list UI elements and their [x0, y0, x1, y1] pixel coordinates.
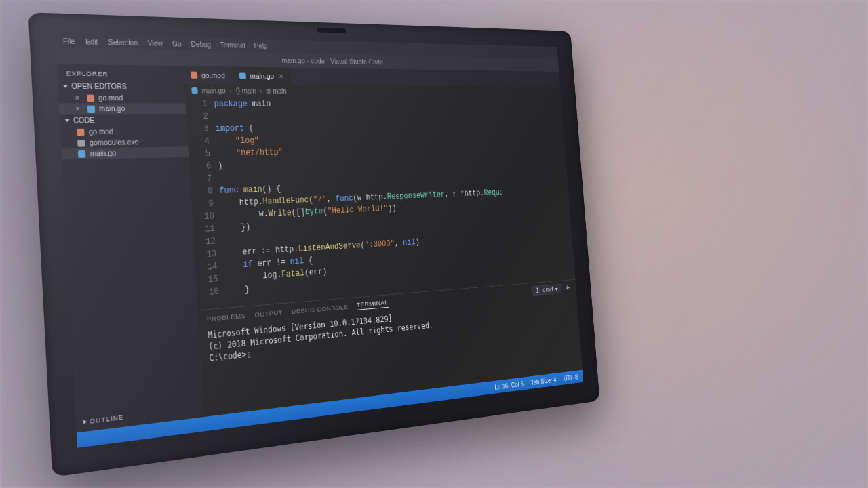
menu-help[interactable]: Help: [254, 42, 267, 49]
menu-go[interactable]: Go: [172, 40, 182, 48]
file-icon: [87, 94, 94, 102]
webcam: [317, 28, 346, 33]
laptop-frame: File Edit Selection View Go Debug Termin…: [55, 33, 583, 447]
menu-edit[interactable]: Edit: [85, 37, 98, 45]
panel-tab-problems[interactable]: PROBLEMS: [206, 311, 245, 322]
panel-tab-terminal[interactable]: TERMINAL: [357, 298, 389, 310]
window-title: main.go - code - Visual Studio Code: [281, 56, 383, 65]
file-label: go.mod: [98, 94, 123, 102]
explorer-label: EXPLORER: [57, 67, 184, 81]
file-label: gomodules.exe: [89, 138, 138, 147]
menu-debug[interactable]: Debug: [191, 40, 211, 48]
close-icon[interactable]: [75, 94, 82, 102]
file-icon: [77, 128, 85, 136]
file-icon: [239, 73, 246, 79]
tab-label: go.mod: [201, 71, 225, 80]
menu-selection[interactable]: Selection: [108, 38, 138, 47]
panel-tab-output[interactable]: OUTPUT: [254, 308, 283, 319]
open-editor-go-mod[interactable]: go.mod: [58, 92, 186, 103]
code-lines[interactable]: package main import ( "log" "net/http") …: [214, 96, 575, 307]
breadcrumb-seg[interactable]: ⊕ main: [266, 87, 287, 94]
new-terminal-button[interactable]: +: [565, 283, 570, 293]
terminal-selector[interactable]: 1: cmd ▾: [532, 284, 562, 296]
chevron-right-icon: ›: [260, 87, 262, 94]
file-icon: [77, 139, 85, 146]
code-editor[interactable]: 12345678910111213141516 package main imp…: [185, 96, 575, 310]
sidebar-explorer: EXPLORER OPEN EDITORS go.mod main.go COD…: [57, 64, 205, 432]
section-code[interactable]: CODE: [60, 114, 187, 127]
menu-view[interactable]: View: [147, 39, 163, 47]
close-icon[interactable]: ×: [279, 72, 283, 80]
open-editor-main-go[interactable]: main.go: [59, 103, 186, 114]
breadcrumb-seg[interactable]: {} main: [235, 87, 256, 94]
menu-terminal[interactable]: Terminal: [220, 41, 245, 49]
vscode-window: File Edit Selection View Go Debug Termin…: [55, 33, 583, 447]
file-icon: [87, 105, 95, 113]
breadcrumb-seg[interactable]: main.go: [201, 87, 226, 94]
chevron-right-icon: ›: [229, 87, 232, 94]
tab-label: main.go: [250, 72, 274, 80]
breadcrumb[interactable]: main.go › {} main › ⊕ main: [184, 84, 561, 98]
status-cursor[interactable]: Ln 16, Col 6: [494, 380, 524, 391]
editor-area: go.mod main.go × main.go › {} main › ⊕ m…: [183, 66, 583, 417]
panel-tab-debug-console[interactable]: DEBUG CONSOLE: [292, 303, 349, 315]
file-label: go.mod: [89, 127, 114, 136]
file-label: main.go: [99, 105, 125, 113]
file-icon: [78, 150, 86, 157]
file-icon: [191, 72, 198, 79]
file-icon: [191, 87, 198, 94]
status-tab-size[interactable]: Tab Size: 4: [530, 376, 557, 386]
file-main-go[interactable]: main.go: [61, 146, 189, 159]
status-encoding[interactable]: UTF-8: [564, 373, 578, 382]
tab-go-mod[interactable]: go.mod: [183, 66, 233, 84]
section-open-editors[interactable]: OPEN EDITORS: [58, 80, 185, 93]
menu-file[interactable]: File: [63, 37, 75, 45]
file-label: main.go: [90, 149, 116, 157]
close-icon[interactable]: [75, 105, 83, 113]
tab-main-go[interactable]: main.go ×: [233, 66, 292, 85]
